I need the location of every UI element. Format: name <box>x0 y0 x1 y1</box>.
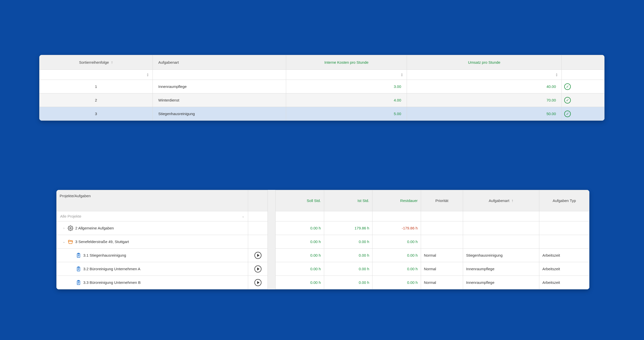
check-circle-icon[interactable]: ✓ <box>564 97 571 104</box>
table-row[interactable]: 1 Innenraumpflege 3.00 40.00 ✓ <box>40 80 604 93</box>
folder-open-icon <box>68 239 73 245</box>
header-ist-label: Ist Std. <box>357 198 369 203</box>
cell-typ <box>539 235 589 249</box>
cell-cost: 4.00 <box>286 93 407 107</box>
cell-order: 2 <box>40 93 153 107</box>
filter-projects-dropdown[interactable]: Alle Projekte ⌄ <box>57 211 248 221</box>
filter-prio[interactable] <box>421 211 463 221</box>
cell-name: Innenraumpflege <box>153 80 286 93</box>
table-row[interactable]: 3.1 Stiegenhausreinigung 0.00 h 0.00 h 0… <box>57 249 589 262</box>
task-types-panel: Sortierreihenfolge ↑ Aufgabenart Interne… <box>39 55 604 121</box>
header-ist[interactable]: Ist Std. <box>324 190 372 211</box>
filter-typ[interactable] <box>539 211 589 221</box>
tree-label: 3.2 Büroreinigung Unternehmen A <box>83 267 140 271</box>
cell-soll: 0.00 h <box>276 235 324 249</box>
cell-rest: 0.00 h <box>372 249 421 262</box>
header-art-label: Aufgabenart <box>489 198 509 203</box>
cell-name: Winterdienst <box>153 93 286 107</box>
cell-prio <box>421 235 463 249</box>
tree-label: 3.3 Büroreinigung Unternehmen B <box>83 280 141 285</box>
cell-revenue: 50.00 <box>407 107 562 121</box>
filter-rest[interactable] <box>372 211 421 221</box>
table-row[interactable]: 3.3 Büroreinigung Unternehmen B 0.00 h 0… <box>57 276 589 289</box>
header-projects[interactable]: Projekte/Aufgaben <box>57 190 248 211</box>
cell-ist: 0.00 h <box>324 276 372 289</box>
gear-icon <box>68 225 73 231</box>
tree-label: 3.1 Stiegenhausreinigung <box>83 253 126 257</box>
filter-soll[interactable] <box>276 211 324 221</box>
header-rest[interactable]: Restdauer <box>372 190 421 211</box>
sort-asc-icon: ↑ <box>511 198 513 203</box>
collapse-caret-icon[interactable]: ⌄ <box>62 240 66 244</box>
table-row[interactable]: 2 Winterdienst 4.00 70.00 ✓ <box>40 93 604 107</box>
projects-tasks-panel: Projekte/Aufgaben Soll Std. Ist Std. Res… <box>56 190 589 289</box>
header-revenue-label: Umsatz pro Stunde <box>468 60 500 64</box>
filter-internal-cost[interactable]: ▲▼ <box>286 70 407 80</box>
filter-projects-placeholder: Alle Projekte <box>60 214 81 218</box>
sort-asc-icon: ↑ <box>111 60 113 64</box>
cell-action: ✓ <box>562 107 604 121</box>
filter-play <box>248 211 268 221</box>
projects-tasks-table: Projekte/Aufgaben Soll Std. Ist Std. Res… <box>56 190 589 289</box>
cell-ist: 0.00 h <box>324 235 372 249</box>
table-row[interactable]: › 2 Allgemeine Aufgaben 0.00 h 179.86 h … <box>57 221 589 235</box>
header-typ[interactable]: Aufgaben Typ <box>539 190 589 211</box>
expand-caret-icon[interactable]: › <box>62 226 66 230</box>
task-types-table: Sortierreihenfolge ↑ Aufgabenart Interne… <box>39 55 604 121</box>
header-prio[interactable]: Priorität <box>421 190 463 211</box>
check-circle-icon[interactable]: ✓ <box>564 111 571 117</box>
number-stepper-icon: ▲▼ <box>555 73 558 77</box>
svg-point-0 <box>70 227 71 229</box>
cell-typ <box>539 221 589 235</box>
filter-actions <box>562 70 604 80</box>
cell-order: 1 <box>40 80 153 93</box>
number-stepper-icon: ▲▼ <box>401 73 403 77</box>
play-icon <box>257 281 259 284</box>
cell-rest: 0.00 h <box>372 262 421 276</box>
header-art[interactable]: Aufgabenart ↑ <box>463 190 539 211</box>
check-circle-icon[interactable]: ✓ <box>564 83 571 90</box>
header-typ-label: Aufgaben Typ <box>553 198 576 203</box>
header-internal-cost[interactable]: Interne Kosten pro Stunde <box>286 55 407 70</box>
filter-sort-order[interactable]: ▲▼ <box>40 70 153 80</box>
cell-rest: 0.00 h <box>372 276 421 289</box>
cell-art <box>463 235 539 249</box>
cell-typ: Arbeitszeit <box>539 276 589 289</box>
header-revenue[interactable]: Umsatz pro Stunde <box>407 55 562 70</box>
cell-cost: 3.00 <box>286 80 407 93</box>
filter-art[interactable] <box>463 211 539 221</box>
header-internal-cost-label: Interne Kosten pro Stunde <box>324 60 368 64</box>
filter-task-type[interactable] <box>153 70 286 80</box>
cell-art: Innenraumpflege <box>463 276 539 289</box>
cell-typ: Arbeitszeit <box>539 262 589 276</box>
play-icon <box>257 254 259 257</box>
filter-ist[interactable] <box>324 211 372 221</box>
cell-soll: 0.00 h <box>276 249 324 262</box>
cell-prio: Normal <box>421 276 463 289</box>
cell-action: ✓ <box>562 93 604 107</box>
cell-art <box>463 221 539 235</box>
chevron-down-icon: ⌄ <box>242 215 244 218</box>
play-button[interactable] <box>254 279 261 286</box>
play-button[interactable] <box>254 252 261 259</box>
cell-ist: 0.00 h <box>324 262 372 276</box>
header-gap <box>268 190 275 211</box>
header-soll[interactable]: Soll Std. <box>276 190 324 211</box>
cell-art: Stiegenhausreinigung <box>463 249 539 262</box>
table-row[interactable]: 3.2 Büroreinigung Unternehmen A 0.00 h 0… <box>57 262 589 276</box>
cell-order: 3 <box>40 107 153 121</box>
filter-revenue[interactable]: ▲▼ <box>407 70 562 80</box>
header-soll-label: Soll Std. <box>307 198 321 203</box>
table-row[interactable]: 3 Stiegenhausreinigung 5.00 50.00 ✓ <box>40 107 604 121</box>
header-task-type[interactable]: Aufgabenart <box>153 55 286 70</box>
header-prio-label: Priorität <box>435 198 448 203</box>
header-sort-order[interactable]: Sortierreihenfolge ↑ <box>40 55 153 70</box>
cell-rest: 0.00 h <box>372 235 421 249</box>
play-button[interactable] <box>254 265 261 273</box>
clipboard-icon <box>76 266 81 272</box>
header-rest-label: Restdauer <box>400 198 418 203</box>
number-stepper-icon: ▲▼ <box>146 73 149 77</box>
header-projects-label: Projekte/Aufgaben <box>60 194 91 198</box>
header-sort-order-label: Sortierreihenfolge <box>79 60 109 64</box>
table-row[interactable]: ⌄ 3 Senefelderstraße 49, Stuttgart 0.00 … <box>57 235 589 249</box>
